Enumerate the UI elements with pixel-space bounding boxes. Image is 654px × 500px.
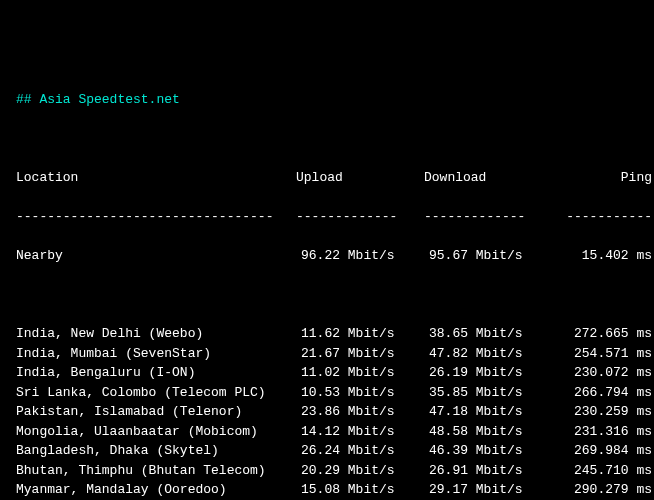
cell-download: 46.39 Mbit/s [424, 441, 552, 461]
cell-download: 47.18 Mbit/s [424, 402, 552, 422]
cell-ping: 290.279 ms [552, 480, 652, 500]
cell-location: Mongolia, Ulaanbaatar (Mobicom) [16, 422, 296, 442]
cell-upload: 15.08 Mbit/s [296, 480, 424, 500]
table-row: Sri Lanka, Colombo (Telecom PLC)10.53 Mb… [16, 383, 638, 403]
cell-ping: 245.710 ms [552, 461, 652, 481]
cell-location: India, New Delhi (Weebo) [16, 324, 296, 344]
cell-download: 38.65 Mbit/s [424, 324, 552, 344]
table-row: India, New Delhi (Weebo)11.62 Mbit/s38.6… [16, 324, 638, 344]
header-ping: Ping [552, 168, 652, 188]
cell-upload: 20.29 Mbit/s [296, 461, 424, 481]
cell-download: 35.85 Mbit/s [424, 383, 552, 403]
cell-upload: 10.53 Mbit/s [296, 383, 424, 403]
cell-location: India, Bengaluru (I-ON) [16, 363, 296, 383]
cell-ping: 230.072 ms [552, 363, 652, 383]
table-row: Bhutan, Thimphu (Bhutan Telecom)20.29 Mb… [16, 461, 638, 481]
cell-upload: 96.22 Mbit/s [296, 246, 424, 266]
cell-ping: 269.984 ms [552, 441, 652, 461]
cell-ping: 231.316 ms [552, 422, 652, 442]
table-row: India, Bengaluru (I-ON)11.02 Mbit/s26.19… [16, 363, 638, 383]
header-download: Download [424, 168, 552, 188]
divider-segment: ----------- [552, 207, 652, 227]
table-row: India, Mumbai (SevenStar)21.67 Mbit/s47.… [16, 344, 638, 364]
table-row: Mongolia, Ulaanbaatar (Mobicom)14.12 Mbi… [16, 422, 638, 442]
cell-download: 29.17 Mbit/s [424, 480, 552, 500]
divider-segment: --------------------------------- [16, 207, 296, 227]
header-location: Location [16, 168, 296, 188]
table-row: Myanmar, Mandalay (Ooredoo)15.08 Mbit/s2… [16, 480, 638, 500]
cell-upload: 14.12 Mbit/s [296, 422, 424, 442]
cell-ping: 254.571 ms [552, 344, 652, 364]
cell-download: 26.91 Mbit/s [424, 461, 552, 481]
cell-location: Myanmar, Mandalay (Ooredoo) [16, 480, 296, 500]
table-row: Pakistan, Islamabad (Telenor)23.86 Mbit/… [16, 402, 638, 422]
cell-upload: 11.02 Mbit/s [296, 363, 424, 383]
cell-ping: 15.402 ms [552, 246, 652, 266]
cell-location: Bhutan, Thimphu (Bhutan Telecom) [16, 461, 296, 481]
cell-upload: 11.62 Mbit/s [296, 324, 424, 344]
cell-download: 47.82 Mbit/s [424, 344, 552, 364]
cell-location: Nearby [16, 246, 296, 266]
cell-upload: 21.67 Mbit/s [296, 344, 424, 364]
divider-segment: ------------- [296, 207, 424, 227]
header-upload: Upload [296, 168, 424, 188]
cell-ping: 272.665 ms [552, 324, 652, 344]
divider: --------------------------------- ------… [16, 207, 638, 227]
cell-download: 48.58 Mbit/s [424, 422, 552, 442]
cell-upload: 26.24 Mbit/s [296, 441, 424, 461]
cell-download: 26.19 Mbit/s [424, 363, 552, 383]
cell-ping: 266.794 ms [552, 383, 652, 403]
table-header: Location Upload Download Ping [16, 168, 638, 188]
section-title: ## Asia Speedtest.net [16, 90, 638, 110]
table-row: Bangladesh, Dhaka (Skytel)26.24 Mbit/s46… [16, 441, 638, 461]
cell-location: Sri Lanka, Colombo (Telecom PLC) [16, 383, 296, 403]
cell-location: Bangladesh, Dhaka (Skytel) [16, 441, 296, 461]
cell-location: Pakistan, Islamabad (Telenor) [16, 402, 296, 422]
cell-ping: 230.259 ms [552, 402, 652, 422]
cell-upload: 23.86 Mbit/s [296, 402, 424, 422]
divider-segment: ------------- [424, 207, 552, 227]
cell-download: 95.67 Mbit/s [424, 246, 552, 266]
cell-location: India, Mumbai (SevenStar) [16, 344, 296, 364]
table-row: Nearby96.22 Mbit/s95.67 Mbit/s15.402 ms [16, 246, 638, 266]
